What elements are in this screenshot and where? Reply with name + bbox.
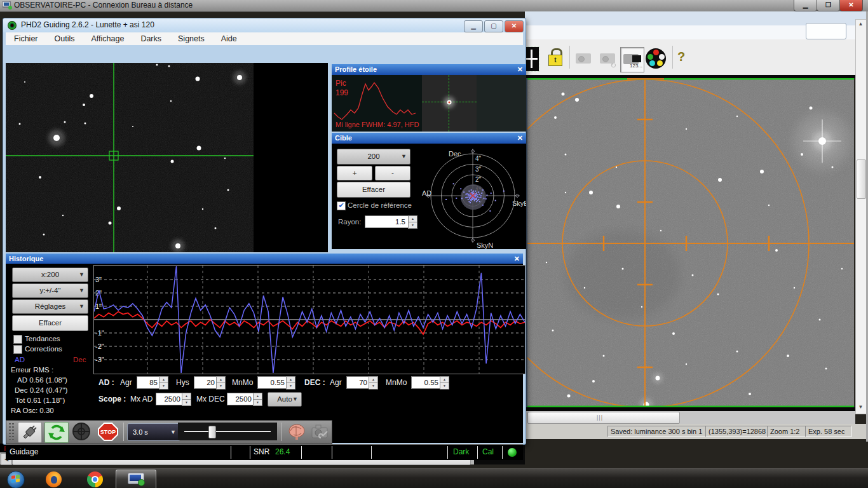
- menu-item-signets[interactable]: Signets: [170, 34, 213, 43]
- guide-button[interactable]: [70, 422, 93, 442]
- camera-screen-icon: [632, 55, 641, 62]
- rms-dec-value: Dec 0.24 (0.47"): [15, 386, 67, 394]
- menu-item-aide[interactable]: Aide: [213, 34, 245, 43]
- phd2-maximize-button[interactable]: ▢: [484, 20, 503, 32]
- target-panel: Cible ✕ 200▼ + - Effacer ✔ Cercle de réf…: [332, 133, 526, 249]
- panel-close-icon[interactable]: ✕: [517, 64, 523, 75]
- crosshair-toggle-button[interactable]: [525, 47, 539, 71]
- panel-title-text: Profile étoile: [335, 65, 377, 73]
- capture-horizontal-scrollbar[interactable]: |||: [525, 411, 855, 424]
- svg-text:-3": -3": [95, 356, 104, 363]
- rdp-close-button[interactable]: ✕: [839, 0, 863, 11]
- filter-green: [648, 54, 653, 60]
- firefox-taskbar-icon[interactable]: [46, 471, 62, 487]
- rms-total-value: Tot 0.61 (1.18"): [15, 396, 65, 404]
- rdp-bar-title: OBSERVATOIRE-PC - Connexion Bureau à dis…: [14, 1, 193, 10]
- camera-loop-button[interactable]: ↻: [597, 47, 620, 71]
- capture-image-view[interactable]: [527, 78, 854, 407]
- max-ra-spin-down[interactable]: ▼: [182, 399, 191, 406]
- phd2-window: PHD2 Guiding 2.6.2 - Lunette + asi 120 ▁…: [3, 18, 526, 445]
- status-separator: [371, 446, 372, 459]
- ra-hys-label: Hys: [176, 378, 189, 387]
- dec-aggr-spin-down[interactable]: ▼: [369, 383, 378, 390]
- status-separator: [231, 446, 231, 459]
- lock-button[interactable]: t: [548, 48, 563, 69]
- phd2-app-icon: [8, 21, 17, 30]
- connect-equipment-button[interactable]: [18, 422, 42, 443]
- target-panel-titlebar[interactable]: Cible ✕: [332, 133, 526, 144]
- slider-track[interactable]: [184, 431, 271, 432]
- panel-close-icon[interactable]: ✕: [517, 133, 523, 144]
- filter-wheel-icon: [646, 48, 666, 69]
- scrollbar-thumb[interactable]: [857, 159, 866, 199]
- stop-button[interactable]: STOP: [97, 422, 119, 442]
- max-ra-label: Mx AD: [130, 395, 153, 403]
- history-panel: Historique ✕ x:200▼ y:+/-4"▼ Réglages▼ E…: [6, 254, 523, 420]
- ra-params-label: AD :: [98, 378, 114, 387]
- panel-close-icon[interactable]: ✕: [514, 254, 520, 264]
- history-xrange-select[interactable]: x:200▼: [12, 268, 88, 282]
- max-ra-input[interactable]: 2500: [156, 393, 184, 405]
- svg-text:SkyE: SkyE: [512, 200, 526, 207]
- scroll-down-arrow[interactable]: ▼: [857, 404, 864, 410]
- dec-guide-mode-select[interactable]: Auto▼: [268, 392, 302, 407]
- ra-minmove-input[interactable]: 0.55: [257, 376, 288, 389]
- help-button[interactable]: ?: [677, 50, 685, 64]
- snr-value: 26.4: [275, 447, 290, 456]
- ra-minmove-spin-down[interactable]: ▼: [286, 383, 295, 390]
- star-profile-panel-titlebar[interactable]: Profile étoile ✕: [332, 64, 526, 75]
- advanced-settings-button[interactable]: [286, 422, 309, 442]
- trend-checkbox[interactable]: [13, 335, 22, 344]
- max-dec-input[interactable]: 2500: [227, 393, 255, 405]
- menu-item-fichier[interactable]: Fichier: [6, 34, 46, 43]
- slider-thumb[interactable]: [208, 426, 216, 438]
- svg-text:3": 3": [95, 276, 102, 283]
- camera-sequence-button[interactable]: 123...: [620, 47, 644, 72]
- menu-item-outils[interactable]: Outils: [46, 34, 83, 43]
- phd2-close-button[interactable]: ✕: [505, 20, 524, 32]
- loop-exposures-button[interactable]: [44, 422, 69, 443]
- corrections-checkbox[interactable]: [13, 345, 22, 354]
- dec-minmove-spin-down[interactable]: ▼: [440, 383, 449, 390]
- rdp-taskbar-button-active[interactable]: [116, 470, 156, 488]
- phd2-guide-image[interactable]: [6, 63, 328, 252]
- filter-wheel-button[interactable]: [644, 47, 667, 71]
- chrome-taskbar-icon[interactable]: [87, 471, 103, 487]
- dec-minmove-input[interactable]: 0.55: [411, 376, 442, 389]
- camera-settings-button[interactable]: [310, 422, 333, 442]
- status-separator: [502, 446, 503, 459]
- menu-item-affichage[interactable]: Affichage: [83, 34, 132, 43]
- loop-arrows-icon: [45, 423, 68, 442]
- phd2-titlebar[interactable]: PHD2 Guiding 2.6.2 - Lunette + asi 120 ▁…: [3, 18, 526, 32]
- svg-text:AD: AD: [422, 189, 431, 197]
- max-dec-spin-down[interactable]: ▼: [253, 399, 262, 406]
- scroll-up-arrow[interactable]: ▲: [857, 21, 864, 27]
- svg-text:SkyN: SkyN: [477, 241, 493, 249]
- ra-aggr-spin-down[interactable]: ▼: [159, 383, 168, 390]
- star-thumbnail: [422, 75, 477, 132]
- phd2-minimize-button[interactable]: ▁: [464, 20, 483, 32]
- rdp-icon: [3, 1, 12, 10]
- rdp-minimize-button[interactable]: ▁: [794, 0, 817, 11]
- ra-aggr-input[interactable]: 85: [137, 376, 161, 389]
- profile-right-backdrop: [477, 75, 526, 132]
- camera-capture-button[interactable]: [573, 47, 596, 71]
- toolbar-grip[interactable]: [9, 423, 11, 440]
- scrollbar-thumb[interactable]: |||: [527, 412, 680, 424]
- history-clear-button[interactable]: Effacer: [12, 315, 88, 331]
- history-panel-titlebar[interactable]: Historique ✕: [6, 254, 523, 264]
- menu-item-darks[interactable]: Darks: [132, 34, 170, 43]
- start-button[interactable]: [7, 471, 25, 488]
- dec-aggr-input[interactable]: 70: [346, 376, 370, 389]
- ra-hys-spin-down[interactable]: ▼: [216, 383, 226, 390]
- rdp-restore-button[interactable]: ❐: [817, 0, 840, 11]
- rms-title: Erreur RMS :: [11, 366, 53, 374]
- history-settings-select[interactable]: Réglages▼: [12, 299, 88, 314]
- toolbar-grip[interactable]: [12, 423, 14, 440]
- exposure-select[interactable]: 3.0 s▼: [127, 423, 180, 441]
- capture-minimize-button[interactable]: [806, 23, 846, 39]
- ra-hys-input[interactable]: 20: [194, 376, 218, 389]
- dec-params-label: DEC :: [304, 378, 325, 387]
- capture-statusbar: Saved: luminance 300 s bin 1(1355,393)=1…: [525, 424, 868, 439]
- history-yrange-select[interactable]: y:+/-4"▼: [12, 283, 88, 298]
